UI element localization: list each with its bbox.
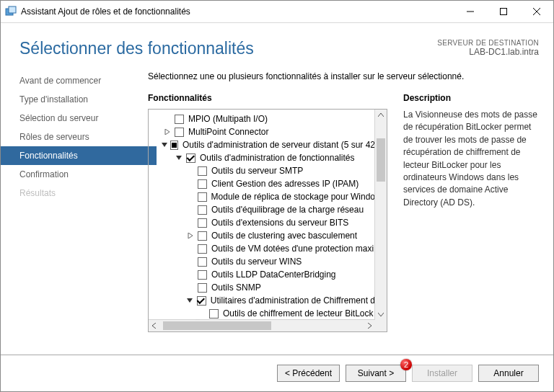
tree-item-cluster[interactable]: Outils de clustering avec basculement — [153, 229, 375, 242]
server-manager-icon — [5, 6, 17, 17]
step-server-roles[interactable]: Rôles de serveurs — [19, 128, 138, 146]
install-button: Installer — [412, 365, 472, 382]
scrollbar-corner — [375, 320, 387, 331]
checkbox[interactable] — [175, 128, 184, 137]
tree-item-smtp[interactable]: Outils du serveur SMTP — [153, 164, 375, 177]
tree-viewport[interactable]: MPIO (Multipath I/O) MultiPoint Connecto… — [149, 110, 375, 320]
svg-rect-3 — [501, 9, 507, 15]
tree-item-bitlocker-drive[interactable]: Outils de chiffrement de lecteur BitLock — [153, 307, 375, 320]
window-title: Assistant Ajout de rôles et de fonctionn… — [21, 6, 190, 17]
checkbox[interactable] — [198, 192, 207, 202]
instruction-text: Sélectionnez une ou plusieurs fonctionna… — [148, 71, 540, 81]
wizard-steps: Avant de commencer Type d'installation S… — [1, 71, 138, 332]
checkbox-checked[interactable] — [186, 153, 195, 163]
main-panel: Sélectionnez une ou plusieurs fonctionna… — [138, 71, 553, 332]
description-text: La Visionneuse des mots de passe de récu… — [403, 109, 540, 209]
cancel-button[interactable]: Annuler — [478, 365, 539, 382]
header: Sélectionner des fonctionnalités SERVEUR… — [1, 23, 553, 71]
tree-item-multipoint[interactable]: MultiPoint Connector — [153, 125, 375, 138]
tree-item-snmp[interactable]: Outils SNMP — [153, 281, 375, 294]
tree-item-bits[interactable]: Outils d'extensions du serveur BITS — [153, 216, 375, 229]
checkbox-indeterminate[interactable] — [170, 141, 178, 150]
close-button[interactable] — [520, 1, 553, 22]
checkbox[interactable] — [175, 115, 184, 124]
vertical-scrollbar[interactable] — [374, 110, 387, 320]
checkbox[interactable] — [198, 270, 207, 280]
tree-item-feature-admin[interactable]: Outils d'administration de fonctionnalit… — [153, 151, 375, 164]
scroll-left-button[interactable] — [149, 320, 160, 331]
checkbox[interactable] — [198, 218, 207, 228]
horizontal-scrollbar[interactable] — [149, 319, 375, 331]
destination-label: SERVEUR DE DESTINATION — [437, 39, 539, 47]
svg-rect-1 — [9, 6, 16, 13]
expand-icon[interactable] — [186, 231, 195, 240]
features-column: Fonctionnalités MPIO (Multipath I/O) Mul… — [148, 93, 387, 332]
tree-item-lldp[interactable]: Outils LLDP DataCenterBridging — [153, 268, 375, 281]
tree-item-nlb[interactable]: Outils d'équilibrage de la charge réseau — [153, 203, 375, 216]
step-results: Résultats — [19, 184, 138, 202]
tree-item-bitlocker-utils[interactable]: Utilitaires d'administration de Chiffrem… — [153, 294, 375, 307]
tree-item-ipam[interactable]: Client Gestion des adresses IP (IPAM) — [153, 177, 375, 190]
maximize-button[interactable] — [487, 1, 520, 22]
scroll-down-button[interactable] — [375, 308, 387, 320]
step-before-you-begin[interactable]: Avant de commencer — [19, 71, 138, 90]
titlebar: Assistant Ajout de rôles et de fonctionn… — [1, 1, 553, 23]
destination-server: LAB-DC1.lab.intra — [437, 47, 539, 57]
features-header: Fonctionnalités — [148, 93, 387, 103]
step-installation-type[interactable]: Type d'installation — [19, 90, 138, 109]
next-button[interactable]: Suivant > — [346, 365, 406, 382]
scroll-thumb[interactable] — [163, 321, 271, 330]
wizard-window: Assistant Ajout de rôles et de fonctionn… — [0, 0, 554, 392]
checkbox[interactable] — [198, 231, 207, 241]
previous-button[interactable]: < Précédent — [277, 365, 340, 382]
annotation-marker-2: 2 — [400, 359, 412, 370]
page-title: Sélectionner des fonctionnalités — [19, 39, 254, 58]
checkbox[interactable] — [198, 205, 207, 215]
body: Avant de commencer Type d'installation S… — [1, 71, 553, 332]
step-server-selection[interactable]: Sélection du serveur — [19, 109, 138, 128]
destination-info: SERVEUR DE DESTINATION LAB-DC1.lab.intra — [437, 39, 539, 57]
step-features[interactable]: Fonctionnalités — [1, 146, 157, 165]
footer: < Précédent Suivant > 2 Installer Annule… — [1, 355, 553, 391]
description-header: Description — [403, 93, 540, 103]
checkbox[interactable] — [198, 283, 207, 293]
step-confirmation[interactable]: Confirmation — [19, 165, 138, 184]
scroll-right-button[interactable] — [364, 320, 375, 331]
checkbox[interactable] — [198, 257, 207, 267]
tree-item-wins[interactable]: Outils du serveur WINS — [153, 255, 375, 268]
minimize-button[interactable] — [454, 1, 487, 22]
checkbox[interactable] — [198, 244, 207, 254]
collapse-icon[interactable] — [161, 141, 167, 149]
scroll-thumb[interactable] — [377, 138, 385, 182]
collapse-icon[interactable] — [175, 153, 183, 162]
tree-item-shielded-vm[interactable]: Outils de VM dotées d'une protection max… — [153, 242, 375, 255]
window-controls — [454, 1, 553, 22]
collapse-icon[interactable] — [185, 296, 194, 305]
checkbox-checked[interactable] — [197, 296, 206, 306]
features-tree: MPIO (Multipath I/O) MultiPoint Connecto… — [148, 109, 387, 332]
checkbox[interactable] — [198, 166, 207, 176]
checkbox[interactable] — [198, 179, 207, 189]
tree-item-remote-admin[interactable]: Outils d'administration de serveur dista… — [153, 138, 375, 151]
tree-item-storage-replica[interactable]: Module de réplica de stockage pour Windo — [153, 190, 375, 203]
scroll-up-button[interactable] — [375, 110, 387, 121]
expand-icon[interactable] — [163, 128, 172, 136]
description-column: Description La Visionneuse des mots de p… — [403, 93, 540, 332]
tree-item-mpio[interactable]: MPIO (Multipath I/O) — [153, 112, 375, 125]
checkbox[interactable] — [209, 309, 219, 318]
